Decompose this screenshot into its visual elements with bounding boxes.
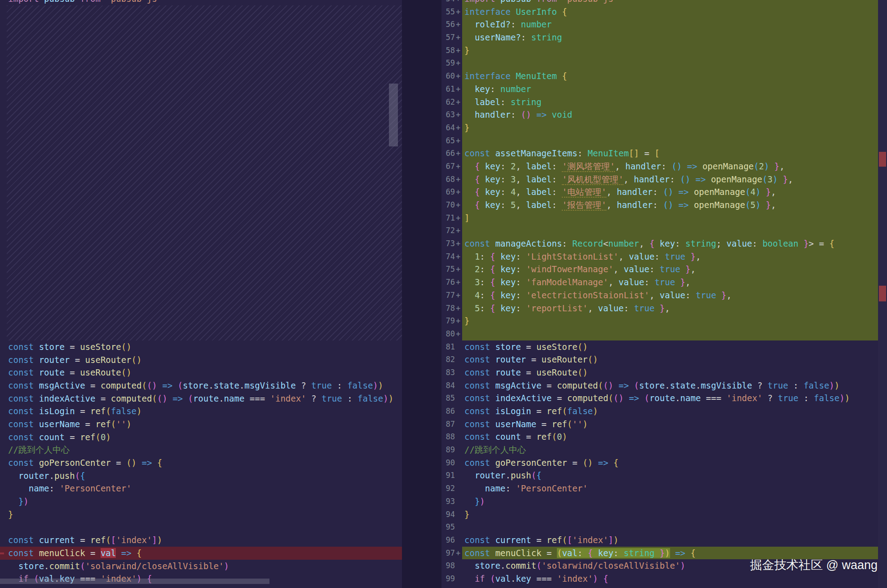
code-line[interactable]: 93 }) — [441, 495, 878, 508]
overview-ruler[interactable] — [878, 0, 887, 588]
code-line[interactable]: 63+ handler: () => void — [441, 108, 878, 121]
code-token — [593, 548, 598, 558]
code-line[interactable]: const indexActive = computed(() => (rout… — [0, 392, 402, 405]
code-text: if (val.key === 'index') { — [462, 572, 878, 585]
code-token: '报告管理' — [562, 200, 606, 211]
code-text: }) — [0, 495, 402, 508]
code-token: = — [531, 535, 547, 545]
code-line[interactable]: 56+ roleId?: number — [441, 18, 878, 31]
code-token — [172, 380, 177, 390]
code-token — [480, 161, 485, 171]
code-line[interactable]: 76+ 3: { key: 'fanModelManage', value: t… — [441, 276, 878, 289]
line-number: 55+ — [441, 5, 462, 18]
code-line[interactable]: const goPersonCenter = () => { — [0, 456, 402, 469]
code-token: ( — [557, 548, 562, 558]
code-line[interactable]: 87const userName = ref('') — [441, 418, 878, 431]
code-line[interactable]: import pubsub from 'pubsub-js' — [0, 0, 402, 5]
code-line[interactable]: 82const router = useRouter() — [441, 353, 878, 366]
code-line[interactable] — [0, 521, 402, 534]
code-line[interactable]: 75+ 2: { key: 'windTowerManage', value: … — [441, 263, 878, 276]
code-line[interactable]: 83const route = useRoute() — [441, 366, 878, 379]
code-line[interactable]: 64+} — [441, 121, 878, 134]
code-line[interactable]: 85const indexActive = computed(() => (ro… — [441, 392, 878, 405]
code-line[interactable]: 99 if (val.key === 'index') { — [441, 572, 878, 585]
code-line[interactable]: 74+ 1: { key: 'LightStationList', value:… — [441, 250, 878, 263]
code-line[interactable]: name: 'PersonCenter' — [0, 482, 402, 495]
code-line[interactable]: 71+] — [441, 212, 878, 225]
diff-added-marker — [455, 559, 461, 572]
code-line[interactable]: 79+} — [441, 314, 878, 327]
line-number: 56+ — [441, 18, 462, 31]
code-token: route — [649, 393, 675, 403]
code-token: 'pubsub-js' — [106, 0, 162, 4]
diff-added-marker — [455, 353, 461, 366]
code-line[interactable]: 60+interface MenuItem { — [441, 70, 878, 83]
code-line[interactable]: router.push({ — [0, 469, 402, 482]
code-line[interactable]: 91 router.push({ — [441, 469, 878, 482]
code-line[interactable]: 65+ — [441, 134, 878, 147]
code-token: = — [521, 342, 536, 352]
code-line[interactable]: 94} — [441, 508, 878, 521]
code-line[interactable]: //跳到个人中心 — [0, 443, 402, 456]
code-text — [462, 224, 878, 237]
code-line[interactable]: 88const count = ref(0) — [441, 430, 878, 443]
code-token: { — [603, 574, 608, 584]
line-number-value: 74 — [441, 250, 455, 263]
code-line[interactable]: 92 name: 'PersonCenter' — [441, 482, 878, 495]
code-token: : — [788, 380, 803, 390]
code-line[interactable]: const isLogin = ref(false) — [0, 405, 402, 418]
code-token — [673, 187, 678, 197]
code-line[interactable]: 80+ — [441, 327, 878, 340]
code-token: store — [639, 380, 665, 390]
code-line[interactable]: 72+ — [441, 224, 878, 237]
code-token — [464, 303, 475, 313]
code-line[interactable]: 77+ 4: { key: 'electrictionStaionList', … — [441, 289, 878, 302]
code-text: } — [462, 44, 878, 57]
code-token: : — [521, 32, 531, 42]
code-line[interactable]: 89//跳到个人中心 — [441, 443, 878, 456]
left-horizontal-scrollbar-thumb[interactable] — [0, 579, 269, 584]
code-line[interactable]: 86const isLogin = ref(false) — [441, 405, 878, 418]
code-line[interactable]: 59+ — [441, 57, 878, 70]
code-line[interactable]: 100 — [441, 585, 878, 588]
code-line[interactable]: 78+ 5: { key: 'reportList', value: true … — [441, 302, 878, 315]
code-token: value — [618, 277, 644, 287]
code-line[interactable]: const current = ref(['index']) — [0, 534, 402, 547]
code-line[interactable]: 67+ { key: 2, label: '测风塔管理', handler: (… — [441, 160, 878, 173]
code-line[interactable]: const count = ref(0) — [0, 431, 402, 444]
code-line[interactable]: 84const msgActive = computed(() => (stor… — [441, 379, 878, 392]
code-token: . — [675, 393, 680, 403]
code-token: : — [516, 303, 526, 313]
code-line[interactable]: 62+ label: string — [441, 96, 878, 109]
code-line[interactable]: }) — [0, 495, 402, 508]
code-line[interactable]: 68+ { key: 3, label: '风机机型管理', handler: … — [441, 173, 878, 186]
code-line[interactable]: 70+ { key: 5, label: '报告管理', handler: ()… — [441, 199, 878, 212]
code-line[interactable]: 69+ { key: 4, label: '电站管理', handler: ()… — [441, 186, 878, 199]
left-vertical-scrollbar-thumb[interactable] — [389, 84, 398, 146]
code-token: goPersonCenter — [495, 458, 567, 468]
code-line[interactable]: 73+const manageActions: Record<number, {… — [441, 237, 878, 250]
code-line[interactable]: 54+import pubsub from 'pubsub-js' — [441, 0, 878, 5]
code-line[interactable]: const userName = ref('') — [0, 418, 402, 431]
code-line[interactable]: 66+const assetManageItems: MenuItem[] = … — [441, 147, 878, 160]
code-line[interactable]: 55+interface UserInfo { — [441, 5, 878, 18]
code-line[interactable]: 96const current = ref(['index']) — [441, 534, 878, 547]
code-token: , — [639, 239, 649, 248]
code-line[interactable]: 57+ userName?: string — [441, 31, 878, 44]
code-line[interactable]: const msgActive = computed(() => (store.… — [0, 379, 402, 392]
code-line[interactable]: 95 — [441, 521, 878, 534]
code-line[interactable]: const store = useStore() — [0, 340, 402, 354]
code-line[interactable]: const menuClick = val => { — [0, 547, 402, 560]
code-token: import — [464, 0, 500, 4]
code-line[interactable]: } — [0, 508, 402, 521]
code-line[interactable]: const router = useRouter() — [0, 354, 402, 367]
diff-change-marker — [879, 152, 886, 167]
code-line[interactable]: 58+} — [441, 44, 878, 57]
code-line[interactable]: const route = useRoute() — [0, 366, 402, 379]
code-line[interactable]: store.commit('solarwind/closeAllVisible'… — [0, 560, 402, 573]
code-line[interactable]: 61+ key: number — [441, 83, 878, 96]
code-line[interactable]: 90const goPersonCenter = () => { — [441, 456, 878, 469]
code-token — [495, 264, 500, 274]
code-text: const userName = ref('') — [0, 418, 402, 431]
code-line[interactable]: 81const store = useStore() — [441, 340, 878, 354]
